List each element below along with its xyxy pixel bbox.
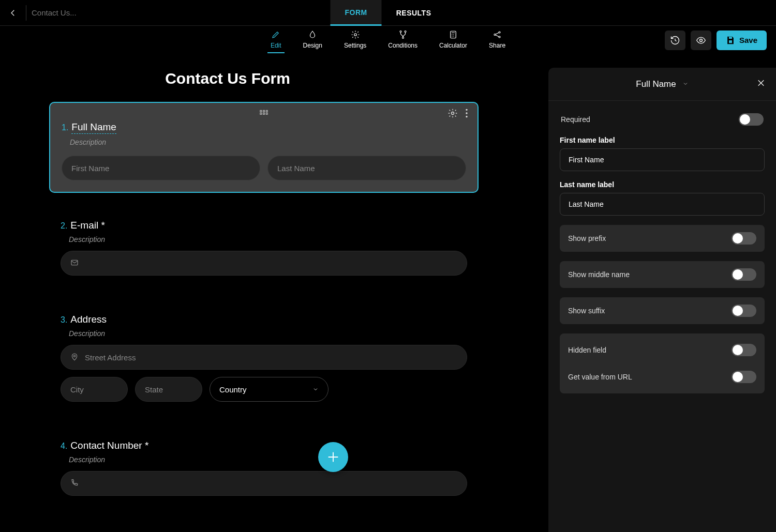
last-name-label-input[interactable] xyxy=(560,193,765,216)
first-name-input[interactable]: First Name xyxy=(62,156,260,180)
field-number: 2. xyxy=(61,221,67,231)
form-title-input[interactable] xyxy=(32,8,135,17)
drop-icon xyxy=(307,29,318,40)
placeholder-text: First Name xyxy=(71,164,109,173)
add-field-button[interactable] xyxy=(318,442,348,472)
tab-form[interactable]: FORM xyxy=(330,0,381,26)
field-label: Address xyxy=(70,314,107,325)
svg-point-3 xyxy=(402,37,404,38)
field-label: Contact Number * xyxy=(70,440,148,451)
get-url-toggle[interactable] xyxy=(732,371,756,383)
first-name-label-input[interactable] xyxy=(560,148,765,171)
tool-share[interactable]: Share xyxy=(486,27,509,53)
more-vertical-icon xyxy=(465,108,468,118)
plus-icon xyxy=(326,450,340,464)
field-description: Description xyxy=(69,235,467,244)
field-description[interactable]: Description xyxy=(70,138,466,146)
placeholder-text: Last Name xyxy=(277,164,315,173)
svg-point-17 xyxy=(452,112,454,115)
field-label[interactable]: Full Name xyxy=(71,121,116,134)
close-icon xyxy=(756,78,766,87)
field-email[interactable]: 2. E-mail * Description xyxy=(49,212,479,287)
get-url-label: Get value from URL xyxy=(568,373,632,381)
show-prefix-toggle[interactable] xyxy=(732,232,756,245)
tool-label: Settings xyxy=(344,42,366,49)
back-button[interactable] xyxy=(5,5,21,21)
tab-results[interactable]: RESULTS xyxy=(382,0,446,26)
tool-edit[interactable]: Edit xyxy=(267,27,285,53)
tool-label: Calculator xyxy=(439,42,467,49)
svg-point-0 xyxy=(354,33,356,36)
tool-label: Share xyxy=(489,42,505,49)
show-suffix-toggle[interactable] xyxy=(732,305,756,317)
divider xyxy=(26,5,26,21)
required-toggle[interactable] xyxy=(739,113,764,126)
drag-handle-icon[interactable] xyxy=(259,108,268,116)
required-label: Required xyxy=(561,115,590,124)
preview-button[interactable] xyxy=(691,31,711,50)
tool-label: Design xyxy=(303,42,322,49)
panel-title[interactable]: Full Name xyxy=(636,79,676,89)
placeholder-text: Country xyxy=(219,385,247,394)
first-name-label-heading: First name label xyxy=(560,136,765,144)
show-middle-label: Show middle name xyxy=(568,270,630,279)
hidden-field-toggle[interactable] xyxy=(732,344,756,356)
svg-rect-13 xyxy=(266,110,267,112)
placeholder-text: Street Address xyxy=(85,353,136,362)
chevron-down-icon[interactable] xyxy=(682,81,689,88)
mail-icon xyxy=(70,259,79,268)
field-settings-button[interactable] xyxy=(447,108,458,120)
field-number: 4. xyxy=(61,442,67,451)
field-properties-panel: Full Name Required First name label Last… xyxy=(548,68,776,532)
last-name-input[interactable]: Last Name xyxy=(267,156,466,180)
tool-design[interactable]: Design xyxy=(300,27,325,53)
field-description: Description xyxy=(69,455,467,464)
save-label: Save xyxy=(739,36,757,44)
arrow-left-icon xyxy=(8,8,18,18)
svg-point-6 xyxy=(499,32,500,33)
svg-rect-10 xyxy=(729,40,732,43)
email-input[interactable] xyxy=(61,251,467,276)
hidden-field-label: Hidden field xyxy=(568,346,606,354)
svg-rect-15 xyxy=(263,113,265,114)
tool-calculator[interactable]: Calculator xyxy=(436,27,470,53)
save-button[interactable]: Save xyxy=(717,31,767,50)
svg-rect-16 xyxy=(266,113,267,114)
city-input[interactable]: City xyxy=(61,377,128,402)
street-address-input[interactable]: Street Address xyxy=(61,345,467,370)
tool-label: Conditions xyxy=(388,42,417,49)
svg-point-5 xyxy=(494,34,496,35)
svg-point-22 xyxy=(73,355,75,357)
placeholder-text: City xyxy=(70,385,84,394)
svg-rect-14 xyxy=(260,113,262,114)
phone-icon xyxy=(70,479,79,489)
field-address[interactable]: 3. Address Description Street Address Ci… xyxy=(49,307,479,413)
svg-rect-9 xyxy=(729,37,732,39)
placeholder-text: State xyxy=(145,385,163,394)
chevron-down-icon xyxy=(312,385,319,394)
branch-icon xyxy=(398,29,408,40)
field-contact-number[interactable]: 4. Contact Number * Description xyxy=(49,433,479,507)
state-input[interactable]: State xyxy=(135,377,202,402)
svg-point-1 xyxy=(400,31,401,32)
close-button[interactable] xyxy=(756,78,766,90)
form-heading: Contact Us Form xyxy=(0,70,528,87)
field-full-name[interactable]: 1. Full Name Description First Name Last… xyxy=(49,102,479,193)
tool-conditions[interactable]: Conditions xyxy=(385,27,421,53)
show-middle-toggle[interactable] xyxy=(732,268,756,281)
tool-settings[interactable]: Settings xyxy=(341,27,369,53)
svg-point-7 xyxy=(499,36,500,38)
save-icon xyxy=(726,36,735,45)
pin-icon xyxy=(70,353,79,362)
show-suffix-label: Show suffix xyxy=(568,307,605,315)
field-more-button[interactable] xyxy=(465,108,468,120)
svg-point-18 xyxy=(466,109,467,111)
field-label: E-mail * xyxy=(70,220,105,231)
last-name-label-heading: Last name label xyxy=(560,180,765,189)
history-button[interactable] xyxy=(665,31,685,50)
gear-icon xyxy=(447,108,458,118)
history-icon xyxy=(670,35,680,45)
country-select[interactable]: Country xyxy=(210,377,329,402)
phone-input[interactable] xyxy=(61,471,467,496)
svg-rect-11 xyxy=(260,110,262,112)
